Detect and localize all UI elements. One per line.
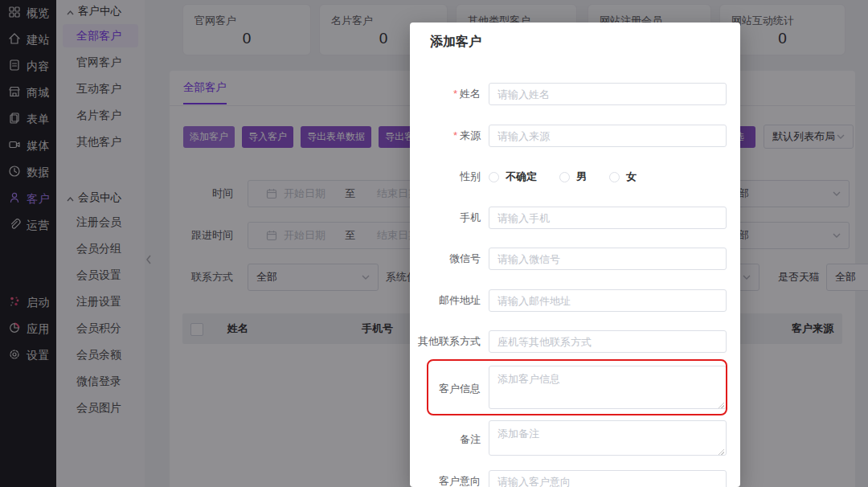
- input-wrap: [489, 125, 727, 147]
- field-input[interactable]: [489, 330, 727, 353]
- field-input[interactable]: [489, 207, 727, 229]
- radio-label: 男: [576, 170, 587, 184]
- radio-label: 女: [626, 170, 637, 184]
- field-input[interactable]: [489, 83, 727, 105]
- input-wrap: [489, 207, 727, 229]
- required-asterisk: *: [453, 129, 457, 141]
- field-label: 备注: [410, 432, 481, 447]
- modal-title: 添加客户: [430, 34, 481, 51]
- required-asterisk: *: [453, 88, 457, 100]
- field-input[interactable]: [489, 470, 727, 487]
- textarea-wrap: [489, 420, 727, 459]
- radio-option[interactable]: 不确定: [489, 170, 537, 184]
- form-row-3: 性别不确定男女: [410, 170, 727, 184]
- gender-radio-group: 不确定男女: [489, 170, 637, 184]
- field-label: 客户信息: [410, 382, 481, 396]
- form-row-4: 手机: [410, 207, 727, 229]
- form-row-10: 客户意向: [410, 470, 727, 487]
- field-label: 其他联系方式: [410, 334, 481, 349]
- radio-circle-icon: [609, 172, 620, 182]
- input-wrap: [489, 330, 727, 353]
- form-row-9: 备注: [410, 420, 727, 459]
- input-wrap: [489, 470, 727, 487]
- form-row-2: *来源: [410, 125, 727, 147]
- form-row-6: 邮件地址: [410, 289, 727, 312]
- input-wrap: [489, 289, 727, 312]
- radio-label: 不确定: [506, 170, 537, 184]
- field-label: 邮件地址: [410, 293, 481, 308]
- radio-option[interactable]: 男: [559, 170, 587, 184]
- input-wrap: [489, 248, 727, 270]
- field-textarea[interactable]: [489, 420, 727, 456]
- app-root: 概览建站内容商城表单媒体数据客户运营 启动应用设置 客户中心全部客户官网客户互动…: [0, 0, 868, 487]
- field-input[interactable]: [489, 248, 727, 270]
- field-label: 微信号: [410, 252, 481, 266]
- form-row-5: 微信号: [410, 248, 727, 270]
- field-label: 客户意向: [410, 474, 481, 487]
- textarea-wrap: [489, 366, 727, 412]
- add-customer-modal: 添加客户 *姓名*来源性别不确定男女手机微信号邮件地址其他联系方式客户信息备注客…: [410, 23, 740, 487]
- field-label: *姓名: [410, 87, 481, 101]
- radio-option[interactable]: 女: [609, 170, 637, 184]
- field-input[interactable]: [489, 125, 727, 147]
- form-row-8: 客户信息: [410, 366, 727, 412]
- input-wrap: [489, 83, 727, 105]
- field-label: 性别: [410, 170, 481, 184]
- radio-circle-icon: [489, 172, 499, 182]
- form-row-7: 其他联系方式: [410, 330, 727, 353]
- form-row-1: *姓名: [410, 83, 727, 105]
- radio-circle-icon: [559, 172, 570, 182]
- field-label: *来源: [410, 129, 481, 143]
- field-label: 手机: [410, 211, 481, 225]
- field-input[interactable]: [489, 289, 727, 312]
- field-textarea[interactable]: [489, 366, 727, 409]
